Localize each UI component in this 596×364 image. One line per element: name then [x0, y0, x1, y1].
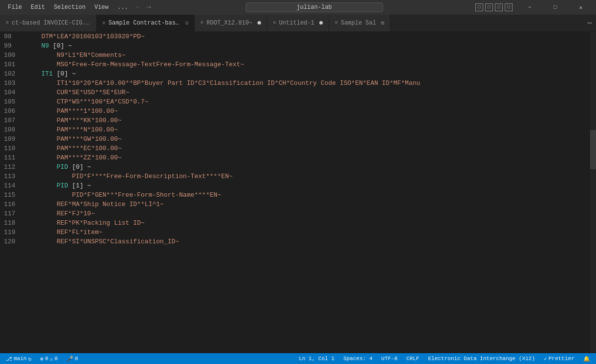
code-token: REF*SI*UNSPSC*Classification_ID~	[56, 237, 179, 246]
tab-label-2: Sample Contract-based INVOICE-CIG-2024-1…	[108, 20, 181, 26]
code-scroll[interactable]: 9899100101102103104105106107108109110111…	[0, 32, 590, 353]
code-token: [0] ~	[53, 69, 76, 78]
tab-icon-2: ≡	[103, 21, 105, 26]
tab-invoice-cig[interactable]: ≡ ct-based INVOICE-CIG.xml	[0, 15, 97, 31]
code-token	[26, 125, 56, 134]
line-number: 104	[4, 88, 18, 97]
prettier-indicator[interactable]: ✓ Prettier	[542, 353, 576, 364]
code-line: N9 [0] ~	[26, 41, 590, 51]
language-indicator[interactable]: Electronic Data Interchange (X12)	[426, 353, 537, 364]
line-number: 105	[4, 97, 18, 106]
code-token	[26, 237, 56, 246]
line-number: 118	[4, 218, 18, 228]
warning-count: 0	[54, 356, 58, 362]
code-token	[26, 181, 56, 190]
line-number: 103	[4, 78, 18, 88]
encoding-text: UTF-8	[381, 356, 397, 362]
menu-view[interactable]: View	[90, 2, 112, 13]
minimap-thumb[interactable]	[590, 130, 596, 169]
tab-icon-4: ≡	[273, 20, 276, 26]
bell-indicator[interactable]: 🔔	[581, 353, 592, 364]
editor-area: 9899100101102103104105106107108109110111…	[0, 32, 596, 353]
tab-root-x12[interactable]: ≡ ROOT_X12.810~	[195, 15, 267, 31]
code-line: REF*MA*Ship Notice ID**LI^1~	[26, 200, 590, 209]
title-bar: File Edit Selection View ... ← → julian-…	[0, 0, 596, 15]
tab-sample-sal[interactable]: ≡ Sample Sal ⊞	[329, 15, 391, 31]
branch-icon: ⎇	[6, 356, 12, 362]
code-line: REF*FJ*10~	[26, 209, 590, 218]
tab-untitled[interactable]: ≡ Untitled-1	[267, 15, 329, 31]
menu-edit[interactable]: Edit	[27, 2, 49, 13]
search-box[interactable]: julian-lab	[246, 2, 383, 12]
title-search-area: julian-lab	[155, 2, 473, 12]
branch-indicator[interactable]: ⎇ main ↻	[4, 353, 33, 364]
code-line: PAM****1*100.00~	[26, 106, 590, 116]
code-token	[26, 106, 56, 116]
code-line: PID [1] ~	[26, 181, 590, 190]
close-button[interactable]: ✕	[570, 0, 592, 15]
encoding-indicator[interactable]: UTF-8	[379, 353, 399, 364]
layout-icon-4[interactable]: □	[505, 3, 513, 11]
line-number: 117	[4, 209, 18, 218]
menu-more[interactable]: ...	[113, 2, 132, 13]
branch-name: main	[14, 356, 26, 362]
code-token	[26, 172, 72, 181]
nav-arrows: ← →	[134, 3, 153, 12]
maximize-button[interactable]: □	[544, 0, 567, 15]
error-indicator[interactable]: ⊗ 0 ⚠ 0	[38, 353, 59, 364]
tab-label-4: Untitled-1	[279, 20, 314, 26]
nav-forward-button[interactable]: →	[144, 3, 153, 12]
minimap[interactable]	[590, 32, 596, 353]
code-line: PAM****ZZ*100.00~	[26, 153, 590, 162]
code-token	[26, 97, 56, 106]
prettier-text: Prettier	[548, 356, 574, 362]
mic-indicator[interactable]: 🎤 0	[65, 353, 80, 364]
layout-icon-1[interactable]: □	[475, 3, 483, 11]
code-token: DTM*LEA*20160103*103920*PD~	[26, 32, 145, 41]
code-line: PID*F*GEN***Free-Form-Short-Name****EN~	[26, 190, 590, 200]
warning-icon: ⚠	[50, 356, 53, 362]
status-right: Ln 1, Col 1 Spaces: 4 UTF-8 CRLF Electro…	[297, 353, 592, 364]
code-token: [1] ~	[68, 181, 91, 190]
tabs-more-button[interactable]: ⋯	[583, 15, 596, 31]
code-token: IT1*10*20*EA*10.00**BP*Buyer Part ID*C3*…	[56, 78, 420, 88]
line-number: 107	[4, 116, 18, 125]
layout-icon-2[interactable]: □	[485, 3, 493, 11]
line-number: 99	[4, 41, 18, 51]
code-line: PAM****GW*100.00~	[26, 134, 590, 144]
code-token: CTP*WS***100*EA*CSD*0.7~	[56, 97, 148, 106]
cursor-position[interactable]: Ln 1, Col 1	[297, 353, 337, 364]
code-line: REF*PK*Packing List ID~	[26, 218, 590, 228]
code-line: IT1*10*20*EA*10.00**BP*Buyer Part ID*C3*…	[26, 78, 590, 88]
line-number: 108	[4, 125, 18, 134]
spaces-indicator[interactable]: Spaces: 4	[341, 353, 374, 364]
code-token	[26, 190, 72, 200]
tab-sample-contract[interactable]: ≡ Sample Contract-based INVOICE-CIG-2024…	[97, 15, 195, 31]
line-ending-indicator[interactable]: CRLF	[404, 353, 421, 364]
menu-selection[interactable]: Selection	[50, 2, 90, 13]
code-line: CTP*WS***100*EA*CSD*0.7~	[26, 97, 590, 106]
code-line: IT1 [0] ~	[26, 69, 590, 78]
line-number: 110	[4, 144, 18, 153]
nav-back-button[interactable]: ←	[134, 3, 143, 12]
code-token: PID	[56, 162, 68, 172]
line-number: 100	[4, 51, 18, 60]
line-number: 119	[4, 228, 18, 237]
status-bar: ⎇ main ↻ ⊗ 0 ⚠ 0 🎤 0 Ln 1, Col 1 Spaces:…	[0, 353, 596, 364]
code-token: PAM****N*100.00~	[56, 125, 118, 134]
tab-icon-3: ≡	[201, 20, 204, 26]
mic-count: 0	[75, 356, 78, 362]
layout-icons: □ □ □ □	[475, 3, 513, 11]
layout-icon-3[interactable]: □	[495, 3, 503, 11]
line-number: 112	[4, 162, 18, 172]
menu-file[interactable]: File	[4, 2, 26, 13]
code-token: PAM****1*100.00~	[56, 106, 118, 116]
minimize-button[interactable]: −	[518, 0, 541, 15]
tab-label-5: Sample Sal	[341, 20, 376, 26]
line-number: 111	[4, 153, 18, 162]
code-token: N9*L1*EN*Comments~	[56, 51, 125, 60]
line-number: 114	[4, 181, 18, 190]
mic-icon: 🎤	[67, 356, 74, 362]
error-icon: ⊗	[40, 356, 44, 362]
language-text: Electronic Data Interchange (X12)	[428, 356, 535, 362]
